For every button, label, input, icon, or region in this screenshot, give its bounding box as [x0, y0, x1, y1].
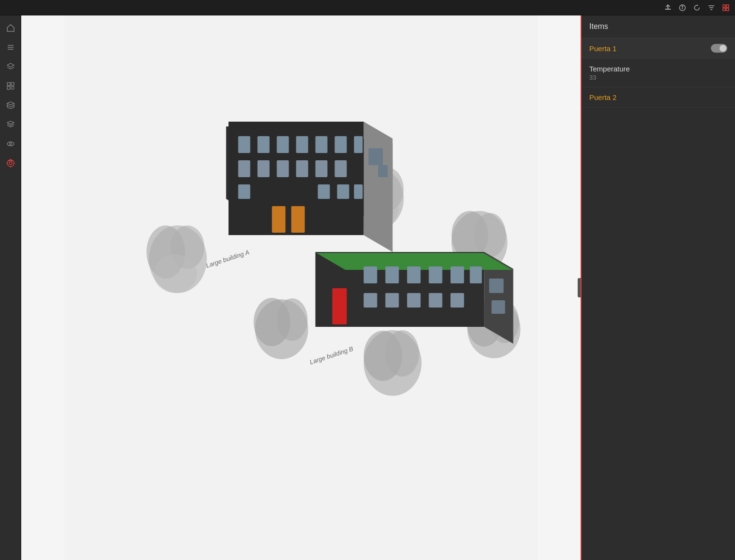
svg-rect-0: [665, 9, 671, 10]
item-name-temperature: Temperature: [589, 65, 630, 73]
svg-rect-79: [369, 148, 383, 165]
svg-rect-92: [364, 293, 377, 308]
item-name-puerta1: Puerta 1: [589, 44, 617, 53]
main-area: Large building A Large building B Items …: [0, 15, 735, 560]
svg-rect-62: [277, 136, 289, 153]
panel-item-puerta2[interactable]: Puerta 2: [582, 87, 735, 108]
panel-items: Puerta 1 Temperature 33 Puerta 2: [582, 38, 735, 560]
toggle-puerta1[interactable]: [711, 44, 727, 53]
top-toolbar: [0, 0, 735, 15]
info-icon[interactable]: [678, 3, 687, 12]
stack-icon[interactable]: [2, 97, 19, 114]
svg-rect-72: [335, 160, 347, 177]
grid-icon[interactable]: [721, 3, 730, 12]
svg-rect-17: [11, 83, 14, 85]
svg-rect-66: [354, 136, 363, 153]
svg-rect-78: [354, 184, 363, 199]
objects-icon[interactable]: [2, 77, 19, 95]
svg-marker-21: [7, 121, 14, 124]
viewport[interactable]: Large building A Large building B: [21, 15, 581, 560]
panel-title: Items: [589, 22, 608, 30]
svg-rect-96: [451, 293, 464, 308]
svg-point-19: [11, 86, 14, 89]
svg-rect-69: [277, 160, 289, 177]
svg-rect-86: [364, 266, 377, 283]
item-name-puerta2: Puerta 2: [589, 93, 617, 101]
svg-rect-93: [386, 293, 399, 308]
svg-marker-15: [7, 63, 14, 67]
panel-header: Items: [582, 15, 735, 38]
svg-point-41: [277, 298, 308, 341]
svg-marker-20: [7, 102, 14, 105]
panel-item-temperature[interactable]: Temperature 33: [582, 59, 735, 87]
eye-icon[interactable]: [2, 135, 19, 153]
svg-point-34: [154, 254, 197, 293]
target-icon[interactable]: [2, 154, 19, 172]
svg-rect-95: [429, 293, 443, 308]
svg-rect-65: [335, 136, 347, 153]
svg-rect-76: [318, 184, 330, 199]
svg-rect-94: [407, 293, 421, 308]
left-sidebar: [0, 15, 21, 560]
svg-point-47: [474, 213, 506, 257]
layers2-icon[interactable]: [2, 116, 19, 133]
svg-rect-90: [451, 266, 464, 283]
svg-rect-68: [258, 160, 270, 177]
svg-rect-89: [429, 266, 443, 283]
svg-rect-80: [378, 165, 388, 177]
panel-item-puerta1[interactable]: Puerta 1: [582, 38, 735, 59]
svg-rect-98: [492, 300, 505, 314]
svg-point-24: [7, 160, 14, 167]
svg-rect-60: [238, 136, 250, 153]
svg-rect-87: [386, 266, 399, 283]
refresh-icon[interactable]: [693, 3, 701, 12]
svg-rect-75: [238, 184, 250, 199]
svg-point-22: [7, 142, 14, 146]
svg-rect-61: [258, 136, 270, 153]
svg-rect-16: [7, 83, 10, 85]
svg-rect-8: [723, 5, 725, 7]
viewport-drag-handle[interactable]: [578, 278, 581, 297]
svg-rect-64: [316, 136, 328, 153]
menu-icon[interactable]: [2, 39, 19, 56]
filter-icon[interactable]: [707, 3, 716, 12]
svg-point-23: [10, 143, 12, 145]
svg-rect-67: [238, 160, 250, 177]
svg-rect-74: [291, 206, 305, 233]
svg-rect-10: [723, 8, 725, 11]
svg-rect-18: [7, 86, 10, 89]
svg-marker-58: [364, 122, 393, 252]
svg-rect-85: [333, 288, 347, 324]
svg-point-25: [9, 162, 12, 165]
svg-rect-91: [470, 266, 482, 283]
svg-rect-9: [726, 5, 729, 7]
layers-icon[interactable]: [2, 58, 19, 75]
svg-point-44: [386, 330, 419, 377]
right-panel: Items Puerta 1 Temperature 33 Puerta 2: [581, 15, 735, 560]
svg-rect-11: [726, 8, 729, 11]
home-icon[interactable]: [2, 19, 19, 37]
svg-rect-70: [296, 160, 308, 177]
svg-rect-63: [296, 136, 308, 153]
svg-point-4: [682, 6, 682, 6]
svg-rect-97: [489, 279, 504, 293]
svg-rect-71: [316, 160, 328, 177]
export-icon[interactable]: [664, 3, 672, 12]
svg-rect-73: [272, 206, 286, 233]
item-subtext-temperature: 33: [589, 74, 630, 81]
svg-rect-77: [337, 184, 349, 199]
svg-rect-88: [407, 266, 421, 283]
